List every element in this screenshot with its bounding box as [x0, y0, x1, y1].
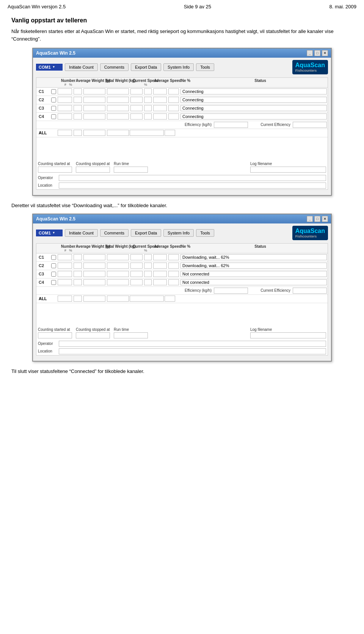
counting-started-field-1[interactable]: [38, 167, 72, 173]
field-all-number-1[interactable]: [58, 130, 72, 136]
field-currentspeed-c1-1[interactable]: [130, 88, 143, 94]
field-ne-c1-2[interactable]: [168, 254, 179, 260]
field-pct-c2-2[interactable]: [144, 263, 152, 269]
log-filename-field-1[interactable]: [250, 167, 326, 173]
checkbox-c1-2[interactable]: [50, 255, 57, 260]
field-pct-c4-2[interactable]: [144, 279, 152, 285]
field-totalweight-c3-1[interactable]: [107, 105, 129, 111]
initiate-count-btn-2[interactable]: Initiate Count: [65, 229, 98, 237]
field-avgweight-c1-2[interactable]: [83, 254, 105, 260]
comments-btn-1[interactable]: Comments: [100, 63, 129, 71]
checkbox-c4-1[interactable]: [50, 114, 57, 119]
field-avgspeed-c3-1[interactable]: [153, 105, 167, 111]
field-number-c1-1[interactable]: [58, 88, 72, 94]
field-all-extra-2[interactable]: [130, 296, 164, 302]
field-number-c1-2[interactable]: [58, 254, 72, 260]
field-all-number-2[interactable]: [58, 296, 72, 302]
field-pct-c3-1[interactable]: [144, 105, 152, 111]
checkbox-c3-2[interactable]: [50, 272, 57, 277]
system-info-btn-2[interactable]: System Info: [163, 229, 194, 237]
field-all-avgweight-2[interactable]: [83, 296, 105, 302]
operator-field-2[interactable]: [59, 341, 326, 347]
field-pct-c3-2[interactable]: [144, 271, 152, 277]
field-currentspeed-c4-2[interactable]: [130, 279, 143, 285]
com-dropdown-2[interactable]: COM1 ▼: [36, 230, 63, 236]
system-info-btn-1[interactable]: System Info: [163, 63, 194, 71]
efficiency-field-1[interactable]: [214, 122, 248, 128]
field-currentspeed-c2-2[interactable]: [130, 263, 143, 269]
comments-btn-2[interactable]: Comments: [100, 229, 129, 237]
checkbox-c3-1[interactable]: [50, 106, 57, 111]
close-btn-1[interactable]: ✕: [322, 50, 328, 56]
minimize-btn-1[interactable]: _: [307, 50, 313, 56]
field-avgweight-c4-2[interactable]: [83, 279, 105, 285]
field-ne-c3-2[interactable]: [168, 271, 179, 277]
field-percent-c2-1[interactable]: [74, 97, 82, 103]
field-percent-c4-1[interactable]: [74, 113, 82, 120]
field-all-ne-1[interactable]: [165, 130, 175, 136]
field-avgspeed-c1-2[interactable]: [153, 254, 167, 260]
field-ne-c2-1[interactable]: [168, 97, 179, 103]
field-ne-c3-1[interactable]: [168, 105, 179, 111]
field-avgspeed-c2-2[interactable]: [153, 263, 167, 269]
operator-field-1[interactable]: [59, 175, 326, 181]
field-avgspeed-c2-1[interactable]: [153, 97, 167, 103]
field-currentspeed-c2-1[interactable]: [130, 97, 143, 103]
field-ne-c4-2[interactable]: [168, 279, 179, 285]
field-avgspeed-c1-1[interactable]: [153, 88, 167, 94]
field-percent-c3-1[interactable]: [74, 105, 82, 111]
field-avgweight-c1-1[interactable]: [83, 88, 105, 94]
checkbox-c1-1[interactable]: [50, 89, 57, 94]
field-number-c4-1[interactable]: [58, 113, 72, 120]
export-data-btn-1[interactable]: Export Data: [131, 63, 161, 71]
tools-btn-1[interactable]: Tools: [196, 63, 214, 71]
field-avgweight-c2-2[interactable]: [83, 263, 105, 269]
field-totalweight-c1-2[interactable]: [107, 254, 129, 260]
counting-started-field-2[interactable]: [38, 332, 72, 338]
field-avgweight-c2-1[interactable]: [83, 97, 105, 103]
field-currentspeed-c3-1[interactable]: [130, 105, 143, 111]
checkbox-c2-2[interactable]: [50, 263, 57, 268]
field-pct-c4-1[interactable]: [144, 113, 152, 120]
log-filename-field-2[interactable]: [250, 332, 326, 338]
tools-btn-2[interactable]: Tools: [196, 229, 214, 237]
field-number-c2-2[interactable]: [58, 263, 72, 269]
field-pct-c1-1[interactable]: [144, 88, 152, 94]
field-currentspeed-c3-2[interactable]: [130, 271, 143, 277]
field-percent-c2-2[interactable]: [74, 263, 82, 269]
field-all-pct-2[interactable]: [74, 296, 82, 302]
field-totalweight-c4-2[interactable]: [107, 279, 129, 285]
efficiency-field-2[interactable]: [214, 288, 248, 294]
checkbox-c2-1[interactable]: [50, 98, 57, 102]
field-totalweight-c2-1[interactable]: [107, 97, 129, 103]
field-pct-c1-2[interactable]: [144, 254, 152, 260]
com-dropdown-1[interactable]: COM1 ▼: [36, 64, 63, 71]
field-all-totalweight-1[interactable]: [107, 130, 129, 136]
maximize-btn-1[interactable]: □: [314, 50, 320, 56]
field-ne-c4-1[interactable]: [168, 113, 179, 120]
field-ne-c2-2[interactable]: [168, 263, 179, 269]
location-field-1[interactable]: [59, 182, 326, 189]
location-field-2[interactable]: [59, 348, 326, 354]
field-avgspeed-c4-2[interactable]: [153, 279, 167, 285]
field-avgweight-c3-1[interactable]: [83, 105, 105, 111]
field-avgweight-c3-2[interactable]: [83, 271, 105, 277]
counting-stopped-field-1[interactable]: [76, 167, 110, 173]
field-number-c3-1[interactable]: [58, 105, 72, 111]
close-btn-2[interactable]: ✕: [322, 216, 328, 222]
field-percent-c1-1[interactable]: [74, 88, 82, 94]
current-eff-field-2[interactable]: [293, 288, 327, 294]
field-number-c4-2[interactable]: [58, 279, 72, 285]
minimize-btn-2[interactable]: _: [307, 216, 313, 222]
field-all-ne-2[interactable]: [165, 296, 175, 302]
field-all-totalweight-2[interactable]: [107, 296, 129, 302]
field-totalweight-c2-2[interactable]: [107, 263, 129, 269]
field-ne-c1-1[interactable]: [168, 88, 179, 94]
field-totalweight-c1-1[interactable]: [107, 88, 129, 94]
initiate-count-btn-1[interactable]: Initiate Count: [65, 63, 98, 71]
field-number-c2-1[interactable]: [58, 97, 72, 103]
checkbox-c4-2[interactable]: [50, 280, 57, 285]
field-percent-c4-2[interactable]: [74, 279, 82, 285]
field-currentspeed-c1-2[interactable]: [130, 254, 143, 260]
field-avgspeed-c4-1[interactable]: [153, 113, 167, 120]
